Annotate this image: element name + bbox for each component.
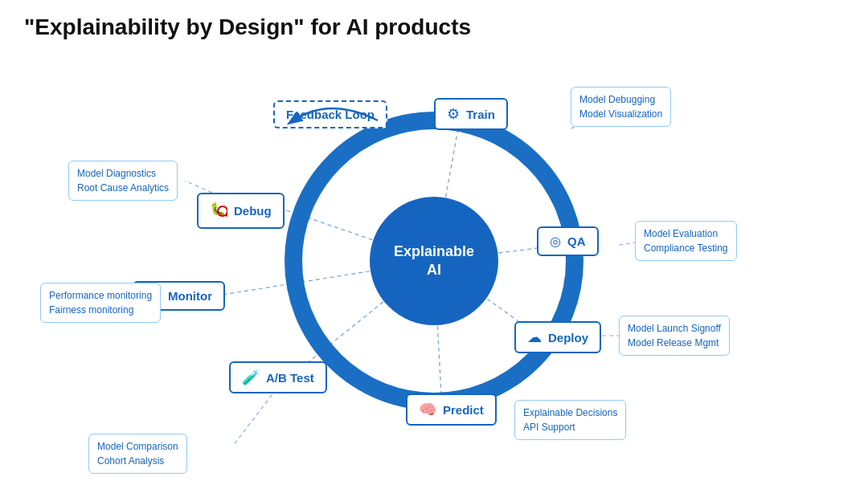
page-title: "Explainability by Design" for AI produc… [24,14,471,40]
stage-predict[interactable]: 🧠 Predict [406,393,497,426]
debug-icon: 🐛 [210,200,227,222]
train-icon: ⚙ [447,105,460,123]
info-deploy-text: Model Launch Signoff Model Release Mgmt [628,321,721,350]
stage-abtest[interactable]: 🧪 A/B Test [229,361,327,393]
info-box-predict: Explainable Decisions API Support [514,400,626,440]
info-debug-text: Model Diagnostics Root Cause Analytics [77,166,169,195]
stage-feedback[interactable]: Feedback Loop [273,100,387,128]
info-box-abtest: Model Comparison Cohort Analysis [88,434,187,474]
deploy-label: Deploy [548,331,588,344]
info-monitor-text: Performance monitoring Fairness monitori… [49,288,152,317]
stage-deploy[interactable]: ☁ Deploy [514,321,601,353]
stage-train[interactable]: ⚙ Train [434,98,508,130]
info-box-monitor: Performance monitoring Fairness monitori… [40,283,161,323]
info-box-qa: Model Evaluation Compliance Testing [635,221,737,261]
qa-icon: ◎ [550,234,561,249]
debug-svg-icon: 🐛 [210,200,227,218]
center-label-line2: AI [427,261,441,279]
info-box-deploy: Model Launch Signoff Model Release Mgmt [619,316,730,356]
diagram: Explainable AI ⚙ Train ◎ QA ☁ Deploy 🧠 P… [40,48,828,474]
info-train-text: Model Debugging Model Visualization [579,92,662,121]
center-circle: Explainable AI [370,197,498,325]
stage-debug[interactable]: 🐛 Debug [197,193,285,229]
abtest-icon: 🧪 [242,369,260,386]
qa-label: QA [567,234,586,248]
center-label-line1: Explainable [394,243,474,261]
train-label: Train [466,108,495,121]
info-predict-text: Explainable Decisions API Support [523,406,617,434]
predict-icon: 🧠 [419,401,436,418]
predict-label: Predict [443,403,484,417]
deploy-icon: ☁ [527,328,542,346]
debug-label: Debug [234,204,272,218]
monitor-label: Monitor [168,289,212,303]
svg-line-18 [226,214,227,217]
stage-qa[interactable]: ◎ QA [537,226,599,256]
feedback-label: Feedback Loop [286,108,375,121]
info-abtest-text: Model Comparison Cohort Analysis [97,439,178,468]
abtest-label: A/B Test [266,371,314,385]
info-box-debug: Model Diagnostics Root Cause Analytics [68,161,178,201]
info-box-train: Model Debugging Model Visualization [571,87,671,127]
info-qa-text: Model Evaluation Compliance Testing [644,226,728,255]
